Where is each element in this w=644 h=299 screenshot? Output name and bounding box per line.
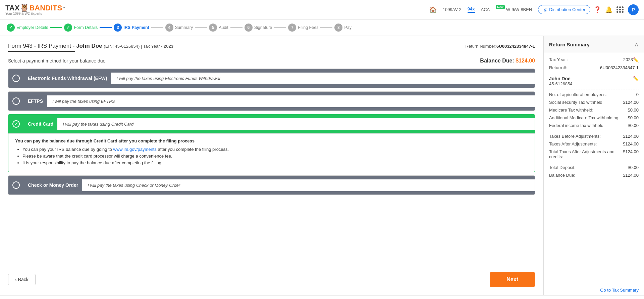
sidebar-body: Tax Year : 2023 ✏️ Return #: 6U003242334… bbox=[544, 53, 644, 285]
nav-1099-w2[interactable]: 1099/W-2 bbox=[443, 7, 462, 12]
radio-outer-efw bbox=[12, 75, 20, 82]
payment-name-efw: Electronic Funds Withdrawal (EFW) bbox=[24, 72, 111, 84]
nav-aca[interactable]: ACA bbox=[481, 7, 490, 12]
balance-row: Select a payment method for your balance… bbox=[8, 58, 535, 64]
cc-bullet-1: You can pay your IRS balance due by goin… bbox=[22, 147, 528, 152]
nav-94x[interactable]: 94x bbox=[468, 6, 475, 13]
step-label-6: Signature bbox=[254, 25, 272, 30]
sb-agricultural-row: No. of agricultural employees: 0 bbox=[549, 92, 639, 97]
step-audit[interactable]: 5 Audit bbox=[209, 24, 228, 32]
sb-name-row: John Doe ✏️ bbox=[549, 76, 639, 81]
payment-name-check: Check or Money Order bbox=[24, 179, 82, 191]
payment-option-efw[interactable]: Electronic Funds Withdrawal (EFW) I will… bbox=[8, 69, 535, 88]
step-circle-2: ✓ bbox=[64, 24, 72, 32]
step-line-3 bbox=[151, 27, 163, 28]
main-nav: 🏠 1099/W-2 94x ACA New W-9/W-8BEN 🖨 Dist… bbox=[429, 5, 590, 14]
sb-divider-1 bbox=[549, 73, 639, 73]
form-title: Form 943 - IRS Payment - John Doe (EIN: … bbox=[8, 43, 173, 49]
step-summary[interactable]: 4 Summary bbox=[165, 24, 193, 32]
payment-desc-credit-card: I will pay the taxes using Credit Card bbox=[57, 118, 535, 130]
logo[interactable]: TAX 🦉 BANDITS ™ Your 1099 & W2 Experts bbox=[5, 4, 65, 15]
form-ein: (EIN: 45-6126854) | Tax Year - 2023 bbox=[104, 44, 173, 49]
sidebar-title: Return Summary bbox=[549, 42, 590, 47]
logo-sub: Your 1099 & W2 Experts bbox=[5, 12, 65, 15]
footer: © 2023 TaxBandits.com, Span Enterprises … bbox=[0, 295, 644, 299]
radio-check[interactable] bbox=[8, 176, 24, 195]
step-label-7: Filing Fees bbox=[298, 25, 318, 30]
return-number: Return Number:6U003242334847-1 bbox=[466, 44, 535, 49]
payment-row-eftps[interactable]: EFTPS I will pay the taxes using EFTPS bbox=[8, 92, 535, 111]
sb-return-row: Return #: 6U003242334847-1 bbox=[549, 65, 639, 70]
radio-outer-eftps bbox=[12, 97, 20, 105]
step-label-2: Form Details bbox=[74, 25, 98, 30]
sidebar-collapse-button[interactable]: ∧ bbox=[634, 41, 639, 48]
step-label-1: Employer Details bbox=[16, 25, 48, 30]
radio-credit-card[interactable]: ✓ bbox=[8, 115, 24, 133]
form-title-prefix: Form 943 - IRS Payment - bbox=[8, 43, 76, 49]
sidebar-header: Return Summary ∧ bbox=[544, 36, 644, 53]
step-pay[interactable]: 8 Pay bbox=[334, 24, 352, 32]
stepper: ✓ Employer Details ✓ Form Details 3 IRS … bbox=[0, 19, 644, 36]
back-button[interactable]: ‹ Back bbox=[8, 274, 36, 285]
payment-option-credit-card[interactable]: ✓ Credit Card I will pay the taxes using… bbox=[8, 114, 535, 172]
sb-balance-due-row: Balance Due: $124.00 bbox=[549, 173, 639, 178]
apps-icon[interactable] bbox=[616, 6, 624, 13]
radio-efw[interactable] bbox=[8, 69, 24, 88]
cc-bullets: You can pay your IRS balance due by goin… bbox=[15, 147, 528, 165]
radio-outer-cc: ✓ bbox=[12, 120, 20, 128]
logo-tax: TAX bbox=[5, 4, 19, 12]
payment-row-credit-card[interactable]: ✓ Credit Card I will pay the taxes using… bbox=[8, 115, 535, 133]
payment-name-credit-card: Credit Card bbox=[24, 118, 57, 130]
go-to-tax-summary-link[interactable]: Go to Tax Summary bbox=[544, 285, 644, 295]
notification-icon[interactable]: 🔔 bbox=[605, 6, 612, 13]
sb-taxes-before-row: Taxes Before Adjustments: $124.00 bbox=[549, 134, 639, 139]
step-circle-1: ✓ bbox=[7, 24, 15, 32]
balance-amount: Balance Due: $124.00 bbox=[480, 58, 535, 64]
payment-option-eftps[interactable]: EFTPS I will pay the taxes using EFTPS bbox=[8, 91, 535, 111]
payment-option-check[interactable]: Check or Money Order I will pay the taxe… bbox=[8, 175, 535, 195]
step-filing-fees[interactable]: 7 Filing Fees bbox=[288, 24, 318, 32]
radio-outer-check bbox=[12, 181, 20, 189]
sb-total-taxes-row: Total Taxes After Adjustments and credit… bbox=[549, 149, 639, 159]
sb-divider-2 bbox=[549, 89, 639, 89]
header-icons: ❓ 🔔 P bbox=[594, 4, 639, 15]
step-signature[interactable]: 6 Signature bbox=[245, 24, 272, 32]
step-circle-4: 4 bbox=[165, 24, 173, 32]
step-line-6 bbox=[274, 27, 286, 28]
edit-tax-year-button[interactable]: ✏️ bbox=[633, 57, 639, 62]
distribution-center-button[interactable]: 🖨 Distribution Center bbox=[538, 5, 590, 14]
user-avatar[interactable]: P bbox=[628, 4, 639, 15]
payment-row-efw[interactable]: Electronic Funds Withdrawal (EFW) I will… bbox=[8, 69, 535, 88]
sb-divider-4 bbox=[549, 162, 639, 162]
logo-bandits: BANDITS bbox=[29, 4, 62, 12]
header: TAX 🦉 BANDITS ™ Your 1099 & W2 Experts 🏠… bbox=[0, 0, 644, 19]
cc-info-title: You can pay the balance due through Cred… bbox=[15, 138, 528, 143]
next-button[interactable]: Next bbox=[490, 272, 535, 287]
edit-name-button[interactable]: ✏️ bbox=[633, 76, 639, 81]
step-circle-6: 6 bbox=[245, 24, 253, 32]
sb-tax-year-row: Tax Year : 2023 ✏️ bbox=[549, 57, 639, 62]
form-underline bbox=[8, 51, 75, 52]
step-irs-payment[interactable]: 3 IRS Payment bbox=[114, 24, 149, 32]
step-line-7 bbox=[320, 27, 332, 28]
content-area: Form 943 - IRS Payment - John Doe (EIN: … bbox=[0, 36, 543, 295]
home-icon[interactable]: 🏠 bbox=[429, 6, 437, 13]
payment-row-check[interactable]: Check or Money Order I will pay the taxe… bbox=[8, 176, 535, 195]
step-employer-details[interactable]: ✓ Employer Details bbox=[7, 24, 48, 32]
return-summary-sidebar: Return Summary ∧ Tax Year : 2023 ✏️ Retu… bbox=[543, 36, 644, 295]
sb-taxes-after-row: Taxes After Adjustments: $124.00 bbox=[549, 141, 639, 146]
step-label-5: Audit bbox=[219, 25, 228, 30]
radio-eftps[interactable] bbox=[8, 92, 24, 111]
nav-w9-w8ben[interactable]: New W-9/W-8BEN bbox=[496, 7, 532, 12]
payment-name-eftps: EFTPS bbox=[24, 95, 47, 107]
step-form-details[interactable]: ✓ Form Details bbox=[64, 24, 98, 32]
sb-divider-3 bbox=[549, 131, 639, 131]
taxpayer-name: John Doe bbox=[76, 43, 102, 49]
select-payment-label: Select a payment method for your balance… bbox=[8, 58, 107, 63]
step-circle-7: 7 bbox=[288, 24, 296, 32]
step-label-3: IRS Payment bbox=[123, 25, 149, 30]
irs-payments-link[interactable]: www.irs.gov/payments bbox=[113, 147, 157, 152]
sb-return-value: 6U003242334847-1 bbox=[600, 65, 639, 70]
sb-total-deposit-row: Total Deposit: $0.00 bbox=[549, 165, 639, 170]
help-icon[interactable]: ❓ bbox=[594, 6, 601, 13]
